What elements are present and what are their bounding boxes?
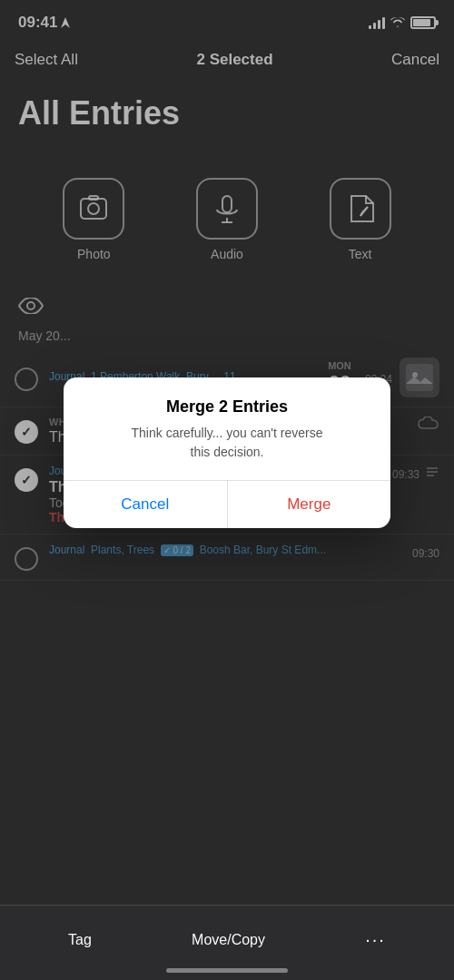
bottom-toolbar: Tag Move/Copy ··· [0, 905, 454, 980]
modal-body: Merge 2 Entries Think carefully... you c… [64, 377, 390, 462]
home-indicator [166, 968, 288, 973]
more-button[interactable]: ··· [365, 929, 386, 950]
modal-buttons: Cancel Merge [64, 481, 390, 528]
move-copy-button[interactable]: Move/Copy [192, 932, 265, 948]
modal-overlay: Merge 2 Entries Think carefully... you c… [0, 0, 454, 905]
modal-title: Merge 2 Entries [85, 397, 369, 416]
modal-dialog: Merge 2 Entries Think carefully... you c… [64, 377, 390, 528]
modal-message: Think carefully... you can't reversethis… [85, 424, 369, 462]
toolbar-buttons: Tag Move/Copy ··· [0, 906, 454, 968]
modal-merge-button[interactable]: Merge [228, 481, 391, 528]
tag-button[interactable]: Tag [68, 932, 92, 948]
modal-cancel-button[interactable]: Cancel [64, 481, 228, 528]
